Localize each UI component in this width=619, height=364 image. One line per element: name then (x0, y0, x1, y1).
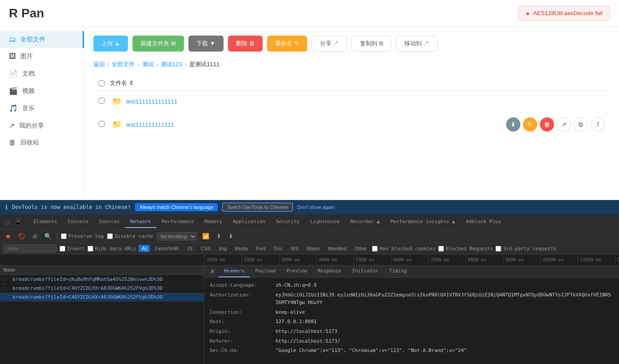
file-move-button[interactable]: ⤴ (591, 117, 605, 132)
sidebar-label-all-files: 全部文件 (20, 36, 45, 44)
file-download-button[interactable]: ⬇ (506, 117, 520, 132)
select-all-checkbox[interactable] (99, 80, 104, 86)
sidebar-label-music: 音乐 (22, 104, 35, 112)
logo-pan: Pan (21, 6, 44, 20)
upload-button[interactable]: 上传 ▲ (93, 36, 128, 52)
folder-icon-2: 📁 (112, 120, 122, 129)
delete-button[interactable]: 删除 🗑 (228, 36, 263, 52)
sidebar: 🗂 全部文件 🖼 图片 📄 文档 🎬 视频 🎵 音乐 ↗ 我的分享 🗑 回收站 (0, 27, 84, 200)
file-delete-button[interactable]: 🗑 (540, 117, 554, 132)
image-icon: 🖼 (9, 52, 16, 60)
document-icon: 📄 (9, 69, 18, 78)
file-actions-2: ⬇ ✎ 🗑 ↗ ⧉ ⤴ (506, 117, 605, 132)
sidebar-label-documents: 文档 (22, 70, 35, 78)
copy-button[interactable]: 复制到 ⧉ (351, 36, 391, 52)
file-share-button[interactable]: ↗ (557, 117, 571, 132)
file-list-header: 文件名 ⇕ (93, 76, 610, 91)
share-icon: ↗ (9, 121, 15, 130)
sidebar-item-recycle[interactable]: 🗑 回收站 (0, 134, 84, 151)
file-checkbox-2[interactable] (99, 121, 104, 127)
breadcrumb-current: 是测试1111 (189, 60, 220, 68)
sidebar-label-videos: 视频 (22, 87, 35, 95)
breadcrumb: 返回 | 全部文件 › 测试 › 测试123 › 是测试1111 (93, 60, 610, 68)
sidebar-item-my-share[interactable]: ↗ 我的分享 (0, 117, 84, 134)
app-body: 🗂 全部文件 🖼 图片 📄 文档 🎬 视频 🎵 音乐 ↗ 我的分享 🗑 回收站 (0, 27, 619, 200)
folder-icon: 🗂 (9, 36, 16, 44)
error-message: AES128Util.aesDecode fail (533, 10, 603, 16)
sidebar-item-all-files[interactable]: 🗂 全部文件 (0, 31, 84, 48)
rename-button[interactable]: 重命名 ✎ (267, 36, 307, 52)
breadcrumb-level2[interactable]: 测试123 (161, 60, 182, 68)
file-checkbox-1[interactable] (99, 98, 104, 104)
file-name-1[interactable]: test1111111111111 (126, 98, 605, 105)
music-icon: 🎵 (9, 104, 18, 112)
download-button[interactable]: 下载 ▼ (188, 36, 223, 52)
folder-icon-1: 📁 (112, 96, 122, 106)
video-icon: 🎬 (9, 87, 18, 95)
new-folder-button[interactable]: 新建文件夹 ⊞ (132, 36, 184, 52)
main-content: 上传 ▲ 新建文件夹 ⊞ 下载 ▼ 删除 🗑 重命名 ✎ 分享 ↗ 复制到 ⧉ … (84, 27, 619, 200)
sidebar-label-images: 图片 (20, 52, 33, 60)
breadcrumb-level1[interactable]: 测试 (142, 60, 154, 68)
file-name-2[interactable]: test111111111111 (126, 121, 506, 128)
breadcrumb-root[interactable]: 全部文件 (112, 60, 135, 68)
file-copy-button[interactable]: ⧉ (574, 117, 588, 132)
top-bar: R Pan ● AES128Util.aesDecode fail (0, 0, 619, 27)
logo: R Pan (9, 6, 44, 20)
table-row: 📁 test1111111111111 (93, 91, 610, 112)
breadcrumb-back[interactable]: 返回 (93, 60, 105, 68)
sidebar-label-recycle: 回收站 (20, 139, 39, 147)
filename-column-header: 文件名 ⇕ (110, 79, 134, 87)
error-icon: ● (526, 10, 529, 17)
file-rename-button[interactable]: ✎ (523, 117, 537, 132)
sidebar-item-music[interactable]: 🎵 音乐 (0, 100, 84, 117)
toolbar: 上传 ▲ 新建文件夹 ⊞ 下载 ▼ 删除 🗑 重命名 ✎ 分享 ↗ 复制到 ⧉ … (93, 36, 610, 52)
table-row: 📁 test111111111111 ⬇ ✎ 🗑 ↗ ⧉ ⤴ (93, 112, 610, 137)
sidebar-item-images[interactable]: 🖼 图片 (0, 48, 84, 65)
sidebar-item-videos[interactable]: 🎬 视频 (0, 82, 84, 100)
recycle-icon: 🗑 (9, 139, 16, 147)
share-button[interactable]: 分享 ↗ (311, 36, 347, 52)
logo-r: R (9, 6, 18, 20)
sidebar-item-documents[interactable]: 📄 文档 (0, 65, 84, 82)
error-badge: ● AES128Util.aesDecode fail (518, 6, 610, 21)
move-button[interactable]: 移动到 ↗ (396, 36, 438, 52)
sidebar-label-my-share: 我的分享 (19, 122, 44, 130)
file-list: 文件名 ⇕ 📁 test1111111111111 📁 test11111111… (93, 76, 610, 137)
